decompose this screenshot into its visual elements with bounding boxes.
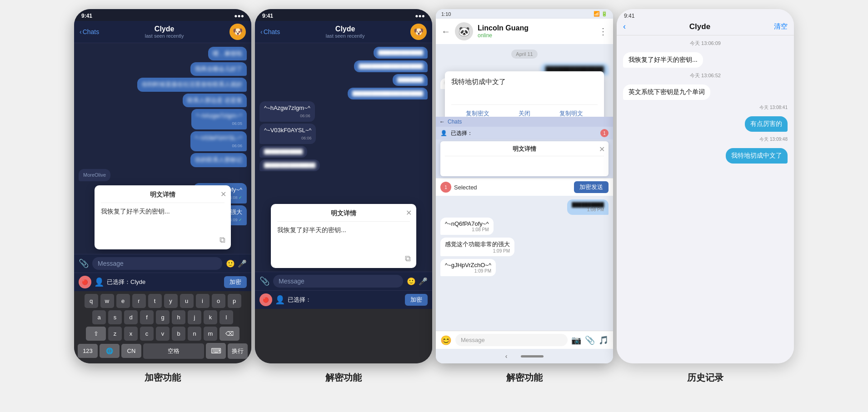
key-h[interactable]: h — [172, 310, 185, 324]
light-time-1: 今天 13:06:09 — [623, 40, 788, 47]
msg-2-4[interactable]: ██████████████████████ — [348, 88, 428, 99]
android-bottom-msg-1[interactable]: ██████████ 1:08 PM — [567, 199, 609, 215]
msg-1[interactable]: 嗯，麻烦啦 — [208, 47, 247, 60]
card-copy-cipher[interactable]: 复制密文 — [466, 109, 489, 117]
key-j[interactable]: j — [188, 310, 201, 324]
key-l[interactable]: l — [219, 310, 233, 324]
msg-2-8[interactable]: ████████████████ — [259, 159, 320, 171]
card-copy-plain[interactable]: 复制明文 — [559, 109, 583, 117]
msg-2-1[interactable]: ██████████████ — [374, 47, 428, 59]
android-bottom-msg-2[interactable]: ^~nQ6fPA7ofy~^ 1:08 PM — [440, 218, 494, 235]
key-123[interactable]: 123 — [78, 344, 98, 358]
msg-2-5[interactable]: ^~hAzgw7zIgm~^ 06:06 — [259, 101, 315, 122]
key-d[interactable]: d — [124, 310, 138, 324]
key-f[interactable]: f — [140, 310, 154, 324]
msg-7[interactable]: 你的联系人那标记 — [190, 153, 247, 167]
copy-icon-2[interactable]: ⧉ — [405, 254, 411, 263]
emoji-icon-2[interactable]: 🙂 — [407, 277, 416, 286]
key-r[interactable]: r — [132, 294, 146, 308]
msg-2[interactable]: 我再去睡会儿好了 — [190, 62, 247, 76]
android-message-input[interactable]: Message — [455, 334, 568, 346]
key-k[interactable]: k — [204, 310, 217, 324]
back-button-2[interactable]: ‹ Chats — [260, 28, 280, 35]
android-bottom-time-1: 1:08 PM — [572, 207, 604, 212]
key-keyboard[interactable]: ⌨ — [206, 343, 226, 359]
android-bottom-msg-3[interactable]: 感觉这个功能非常的强大 1:09 PM — [440, 238, 514, 256]
msg-2-7[interactable]: ████████████ — [259, 146, 307, 158]
msg-5[interactable]: ^~hAzgw7zIgm~^ 06:05 — [191, 109, 247, 129]
message-input-1[interactable]: Message — [92, 257, 222, 270]
android-more-icon[interactable]: ⋮ — [599, 26, 608, 37]
encrypt-button-2[interactable]: 加密 — [405, 294, 428, 306]
msg-2-3[interactable]: ████████ — [393, 74, 428, 86]
android-plaintext-area: 明文详情 ✕ 1 Selected 加密发送 — [436, 139, 613, 196]
key-e[interactable]: e — [116, 294, 130, 308]
key-u[interactable]: u — [180, 294, 194, 308]
msg-text-8: MoreOlive — [83, 172, 106, 178]
android-bottom-msg-4[interactable]: ^~gJHpVrZchO~^ 1:09 PM — [440, 259, 496, 276]
light-time-3: 今天 13:08:41 — [623, 104, 788, 111]
mic-icon-2[interactable]: 🎤 — [419, 277, 428, 286]
key-v[interactable]: v — [156, 327, 170, 341]
android-back-icon[interactable]: ← — [441, 26, 450, 37]
msg-6[interactable]: ^~V03kF0AYSL~^ 06:06 — [190, 131, 247, 152]
message-input-2[interactable]: Message — [273, 275, 403, 288]
card-close[interactable]: 关闭 — [519, 109, 530, 117]
encrypt-button-1[interactable]: 加密 — [224, 276, 247, 288]
android-camera-icon[interactable]: 📷 — [571, 335, 581, 345]
inner-back-icon[interactable]: ← — [439, 119, 445, 125]
key-x[interactable]: x — [124, 327, 138, 341]
light-msg-1[interactable]: 我恢复了好半天的密钥... — [623, 52, 703, 68]
key-t[interactable]: t — [148, 294, 162, 308]
key-y[interactable]: y — [164, 294, 178, 308]
msg-2-6[interactable]: ^~V03kF0AYSL~^ 06:06 — [259, 124, 316, 144]
popup-close-1[interactable]: ✕ — [220, 190, 226, 199]
key-c[interactable]: c — [140, 327, 154, 341]
mic-icon-1[interactable]: 🎤 — [238, 259, 247, 268]
android-attach-icon[interactable]: 📎 — [585, 335, 595, 345]
key-n[interactable]: n — [188, 327, 201, 341]
key-p[interactable]: p — [228, 294, 241, 308]
light-msg-text-3: 有点厉害的 — [750, 120, 782, 127]
android-encrypt-send-btn[interactable]: 加密发送 — [574, 181, 609, 193]
popup-close-2[interactable]: ✕ — [406, 208, 412, 217]
key-backspace[interactable]: ⌫ — [219, 327, 239, 341]
back-label-1[interactable]: Chats — [83, 28, 100, 35]
back-label-2[interactable]: Chats — [264, 28, 280, 35]
key-w[interactable]: w — [100, 294, 114, 308]
key-space[interactable]: 空格 — [143, 343, 204, 359]
avatar-1: 🐶 — [229, 24, 246, 40]
key-globe[interactable]: 🌐 — [100, 344, 120, 358]
msg-time-5: 06:05 — [196, 121, 242, 127]
key-m[interactable]: m — [204, 327, 217, 341]
attach-icon-2[interactable]: 📎 — [259, 276, 269, 286]
status-time-1: 9:41 — [81, 13, 92, 19]
light-msg-2[interactable]: 英文系统下密钥是九个单词 — [623, 84, 710, 100]
key-g[interactable]: g — [156, 310, 170, 324]
android-mic-icon2[interactable]: 🎵 — [599, 335, 609, 345]
msg-4[interactable]: 联系人那边是 还是复 — [183, 94, 247, 107]
key-return[interactable]: 换行 — [228, 343, 248, 359]
key-shift[interactable]: ⇧ — [86, 327, 106, 341]
emoji-icon-1[interactable]: 🙂 — [226, 259, 235, 268]
key-a[interactable]: a — [92, 310, 106, 324]
key-cn[interactable]: CN — [121, 344, 141, 358]
back-button-1[interactable]: ‹ Chats — [80, 28, 99, 35]
key-o[interactable]: o — [212, 294, 225, 308]
android-emoji-icon[interactable]: 😊 — [440, 335, 452, 346]
attach-icon-1[interactable]: 📎 — [79, 258, 89, 268]
copy-icon-1[interactable]: ⧉ — [219, 235, 225, 245]
key-q[interactable]: q — [85, 294, 98, 308]
key-s[interactable]: s — [108, 310, 122, 324]
key-b[interactable]: b — [172, 327, 185, 341]
android-card-actions: 复制密文 关闭 复制明文 — [451, 104, 598, 117]
key-z[interactable]: z — [108, 327, 122, 341]
key-i[interactable]: i — [196, 294, 210, 308]
light-msg-4[interactable]: 我特地切成中文了 — [726, 148, 788, 164]
msg-3[interactable]: 你到时候直接在社活里发给联系人就好 — [137, 78, 247, 91]
light-clear-btn[interactable]: 清空 — [774, 22, 788, 31]
android-nav-back[interactable]: ‹ — [505, 352, 508, 360]
msg-2-2[interactable]: ████████████████████ — [354, 60, 428, 72]
android-popup-close[interactable]: ✕ — [599, 145, 605, 154]
light-msg-3[interactable]: 有点厉害的 — [745, 116, 788, 132]
